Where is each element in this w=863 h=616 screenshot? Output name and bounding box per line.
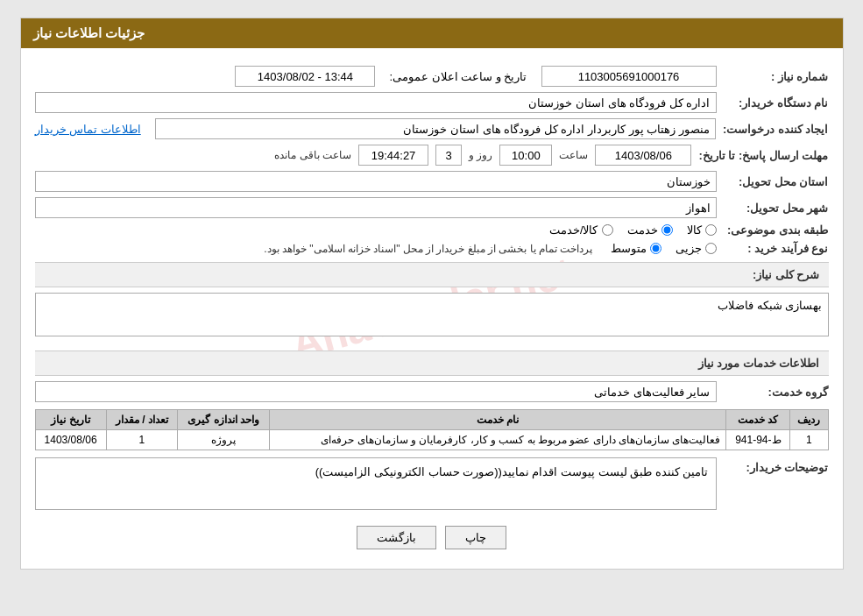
buyer-desc-value: تامین کننده طبق لیست پیوست اقدام نمایید(… (35, 457, 717, 510)
col-code: کد خدمت (726, 410, 790, 430)
purchase-type-radio-group: جزیی متوسط (611, 242, 717, 255)
deadline-days: 3 (435, 145, 462, 166)
announce-date-value: 1403/08/02 - 13:44 (235, 66, 375, 87)
service-group-value: سایر فعالیت‌های خدماتی (35, 381, 717, 402)
category-kala[interactable]: کالا (687, 223, 717, 237)
need-number-value: 1103005691000176 (541, 66, 717, 87)
deadline-remaining-label: ساعت باقی مانده (274, 149, 351, 161)
category-khedmat-label: خدمت (627, 223, 658, 237)
col-date: تاریخ نیاز (35, 410, 106, 430)
need-number-label: شماره نیاز : (724, 70, 829, 83)
purchase-type-jozi-label: جزیی (676, 242, 702, 255)
creator-value: منصور زهتاب پور کاربردار اداره کل فرودگا… (155, 118, 716, 139)
category-kala-label: کالا (687, 223, 702, 237)
table-cell-0: 1 (790, 430, 828, 450)
purchase-type-jozi-radio[interactable] (705, 243, 717, 254)
city-value: اهواز (35, 197, 717, 218)
category-radio-group: کالا خدمت کالا/خدمت (549, 223, 717, 237)
deadline-label: مهلت ارسال پاسخ: تا تاریخ: (698, 149, 828, 162)
page-title: جزئیات اطلاعات نیاز (33, 25, 145, 40)
deadline-time: 10:00 (499, 145, 552, 166)
col-row: ردیف (790, 410, 828, 430)
deadline-time-label: ساعت (559, 149, 588, 161)
services-section-header: اطلاعات خدمات مورد نیاز (35, 350, 829, 376)
category-kala-khedmat-radio[interactable] (602, 224, 613, 236)
services-table: ردیف کد خدمت نام خدمت واحد اندازه گیری ت… (35, 409, 829, 450)
province-value: خوزستان (35, 171, 717, 192)
table-cell-4: 1 (106, 430, 177, 450)
buyer-org-label: نام دستگاه خریدار: (724, 96, 829, 110)
table-cell-5: 1403/08/06 (35, 430, 106, 450)
table-cell-3: پروژه (177, 430, 269, 450)
col-name: نام خدمت (270, 410, 726, 430)
category-kala-khedmat[interactable]: کالا/خدمت (549, 223, 613, 237)
table-cell-2: فعالیت‌های سازمان‌های دارای عضو مربوط به… (270, 430, 726, 450)
table-row: 1ط-94-941فعالیت‌های سازمان‌های دارای عضو… (35, 430, 828, 450)
services-section-label: اطلاعات خدمات مورد نیاز (698, 357, 820, 370)
deadline-date: 1403/08/06 (595, 145, 691, 166)
need-desc-label: شرح کلی نیاز: (753, 268, 820, 281)
category-khedmat-radio[interactable] (661, 224, 673, 236)
back-button[interactable]: بازگشت (357, 526, 436, 549)
purchase-type-jozi[interactable]: جزیی (676, 242, 717, 255)
need-desc-value: بهسازی شبکه فاضلاب (35, 293, 829, 336)
col-count: تعداد / مقدار (106, 410, 177, 430)
buyer-org-value: اداره کل فرودگاه های استان خوزستان (35, 92, 717, 113)
purchase-type-label: نوع فرآیند خرید : (724, 242, 829, 255)
col-unit: واحد اندازه گیری (177, 410, 269, 430)
category-khedmat[interactable]: خدمت (627, 223, 673, 237)
announce-date-label: تاریخ و ساعت اعلان عمومی: (389, 70, 527, 83)
category-label: طبقه بندی موضوعی: (724, 223, 829, 237)
creator-label: ایجاد کننده درخواست: (723, 123, 829, 136)
print-button[interactable]: چاپ (445, 526, 506, 549)
need-desc-section-header: شرح کلی نیاز: (35, 262, 829, 287)
service-group-label: گروه خدمت: (724, 386, 829, 399)
deadline-day-label: روز و (469, 149, 492, 161)
purchase-type-motavasset-label: متوسط (611, 242, 647, 255)
city-label: شهر محل تحویل: (724, 202, 829, 215)
purchase-type-motavasset-radio[interactable] (650, 243, 661, 254)
category-kala-khedmat-label: کالا/خدمت (549, 223, 598, 237)
page-header: جزئیات اطلاعات نیاز (21, 18, 843, 48)
buyer-desc-label: توضیحات خریدار: (724, 461, 829, 474)
deadline-remaining: 19:44:27 (358, 145, 428, 166)
purchase-type-motavasset[interactable]: متوسط (611, 242, 661, 255)
table-cell-1: ط-94-941 (726, 430, 790, 450)
purchase-type-note: پرداخت تمام یا بخشی از مبلغ خریدار از مح… (264, 243, 592, 255)
province-label: استان محل تحویل: (724, 175, 829, 188)
category-kala-radio[interactable] (705, 224, 717, 236)
buttons-row: چاپ بازگشت (35, 515, 829, 560)
services-table-section: ردیف کد خدمت نام خدمت واحد اندازه گیری ت… (35, 409, 829, 450)
contact-link[interactable]: اطلاعات تماس خریدار (35, 123, 141, 136)
